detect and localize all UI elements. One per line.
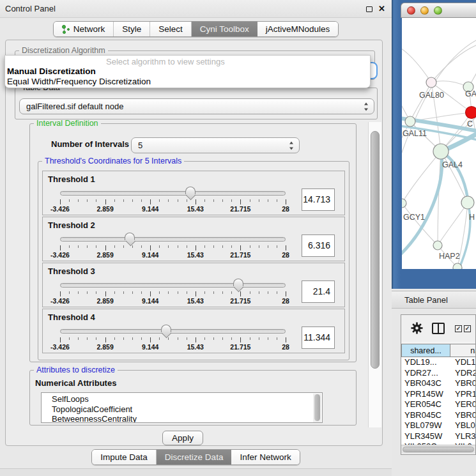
number-of-intervals-combobox[interactable]: 5 [131, 137, 300, 153]
table-cell[interactable]: YDL1 [450, 357, 476, 368]
number-of-intervals-label: Number of Intervals [51, 139, 129, 149]
table-cell[interactable]: YPR145W [401, 389, 450, 400]
table-row[interactable]: YDR27...YDR2 [401, 368, 476, 379]
minimize-traffic-light[interactable] [420, 6, 429, 15]
table-cell[interactable]: YPR1 [450, 389, 476, 400]
table-cell[interactable]: YBR045C [401, 410, 450, 421]
tick-label: 15.43 [187, 205, 204, 213]
slider-handle[interactable] [161, 325, 171, 332]
checkbox-icon[interactable]: ✓ [464, 325, 471, 332]
tick-label: 21.715 [230, 343, 250, 351]
attribute-list-item[interactable]: BetweennessCentrality [52, 414, 322, 423]
zoom-traffic-light[interactable] [434, 6, 442, 15]
table-panel-body: ✓ ✓ shared... name YDL19...YDL1YDR27...Y… [392, 309, 476, 476]
apply-button[interactable]: Apply [162, 431, 203, 445]
close-traffic-light[interactable] [407, 6, 415, 15]
table-row[interactable]: YBR043CYBR0 [401, 378, 476, 389]
tick-label: 9.144 [142, 251, 158, 259]
tab-discretize-data[interactable]: Discretize Data [157, 450, 232, 464]
tab-impute-data[interactable]: Impute Data [92, 450, 157, 464]
table-cell[interactable]: YER0 [450, 399, 476, 410]
network-node[interactable] [466, 107, 476, 119]
table-cell[interactable]: YBR0 [450, 378, 476, 389]
table-cell[interactable]: YBL079W [401, 420, 450, 431]
slider-handle[interactable] [125, 233, 135, 240]
dropdown-option-manual[interactable]: Manual Discretization [7, 66, 96, 76]
network-node-label: C [467, 119, 473, 128]
network-node[interactable] [453, 263, 462, 269]
threshold-value-field[interactable]: 14.713 [302, 188, 335, 211]
network-canvas[interactable]: GAL80GACGAL11GAL4GCY1HHAP2 [402, 18, 476, 269]
settings-gear-icon[interactable] [411, 322, 423, 334]
threshold-box: Threshold 2-3.4262.8599.14415.4321.71528… [42, 217, 345, 261]
table-row[interactable]: YER054CYER0 [401, 399, 476, 410]
table-cell[interactable]: YBR043C [401, 378, 450, 389]
table-cell[interactable]: YDR27... [401, 368, 450, 379]
tab-cyni-toolbox[interactable]: Cyni Toolbox [192, 22, 257, 36]
scrollbar-thumb[interactable] [371, 131, 380, 369]
tab-infer-network[interactable]: Infer Network [231, 450, 299, 464]
threshold-value-field[interactable]: 21.4 [302, 280, 335, 303]
table-row[interactable]: YBR045CYBR0 [401, 410, 476, 421]
network-node[interactable] [461, 196, 474, 209]
dropdown-option-equal-width[interactable]: Equal Width/Frequency Discretization [7, 77, 151, 86]
network-node[interactable] [433, 144, 449, 159]
tick-label: -3.426 [50, 251, 70, 259]
table-cell[interactable]: YBL0 [450, 420, 476, 431]
horizontal-scrollbar-thumb[interactable] [403, 447, 474, 452]
network-edge-highlighted[interactable] [402, 151, 442, 256]
table-data-combobox[interactable]: galFiltered.sif default node [19, 98, 374, 114]
tab-style[interactable]: Style [114, 22, 150, 36]
network-edge[interactable] [431, 81, 468, 87]
table-row[interactable]: YDL19...YDL1 [401, 357, 476, 368]
split-columns-icon[interactable] [432, 323, 445, 334]
algorithm-placeholder: Select algorithm to view settings [106, 57, 225, 66]
threshold-value-field[interactable]: 6.316 [302, 234, 335, 257]
close-icon[interactable]: ✕ [378, 6, 385, 12]
tab-select[interactable]: Select [150, 22, 192, 36]
table-cell[interactable]: YLR3 [450, 431, 476, 442]
attribute-list-item[interactable]: SelfLoops [52, 394, 322, 404]
list-scrollbar[interactable] [313, 394, 321, 423]
network-edge[interactable] [441, 151, 468, 203]
table-row[interactable]: YBL079WYBL0 [401, 420, 476, 431]
tick-label: 2.859 [96, 297, 113, 305]
column-header-name[interactable]: name [450, 344, 476, 357]
network-node[interactable] [426, 77, 436, 88]
slider-ticks [60, 199, 286, 204]
table-header-row: shared... name [401, 344, 476, 357]
slider-track[interactable] [60, 237, 286, 242]
network-node[interactable] [405, 116, 415, 127]
checkbox-icon[interactable]: ✓ [455, 325, 462, 332]
network-edge[interactable] [410, 82, 431, 121]
table-row[interactable]: YPR145WYPR1 [401, 389, 476, 400]
slider-handle[interactable] [233, 279, 243, 286]
tab-network[interactable]: Network [54, 22, 114, 36]
table-rows: YDL19...YDL1YDR27...YDR2YBR043CYBR0YPR14… [401, 357, 476, 445]
network-edge[interactable] [402, 47, 431, 82]
panel-vertical-scrollbar[interactable] [368, 122, 381, 427]
table-cell[interactable]: YDL19... [401, 357, 450, 368]
table-cell[interactable]: YLR345W [401, 431, 450, 442]
table-cell[interactable]: YBR0 [450, 410, 476, 421]
network-node[interactable] [433, 241, 442, 250]
slider-track[interactable] [60, 283, 286, 288]
slider-track[interactable] [60, 329, 286, 334]
discretization-algorithm-group-title: Discretization Algorithm [19, 46, 108, 55]
table-row[interactable]: YLR345WYLR3 [401, 431, 476, 442]
list-scrollbar-thumb[interactable] [314, 394, 320, 421]
float-window-icon[interactable] [366, 6, 372, 12]
slider-track[interactable] [60, 191, 286, 196]
slider-handle[interactable] [185, 187, 196, 194]
table-cell[interactable]: YER054C [401, 399, 450, 410]
column-header-shared-name[interactable]: shared... [401, 344, 450, 357]
network-node-label: HAP2 [439, 252, 460, 261]
thresholds-group-title: Threshold's Coordinates for 5 Intervals [42, 157, 184, 165]
network-node[interactable] [402, 199, 406, 208]
tab-jactivemnodules[interactable]: jActiveMNodules [257, 22, 339, 36]
threshold-value-field[interactable]: 11.344 [302, 326, 335, 349]
table-cell[interactable]: YDR2 [450, 368, 476, 379]
cyni-toolbox-panel: Discretization Algorithm Select algorith… [5, 40, 383, 446]
table-horizontal-scrollbar[interactable] [401, 445, 476, 454]
attribute-list-item[interactable]: TopologicalCoefficient [52, 404, 322, 415]
